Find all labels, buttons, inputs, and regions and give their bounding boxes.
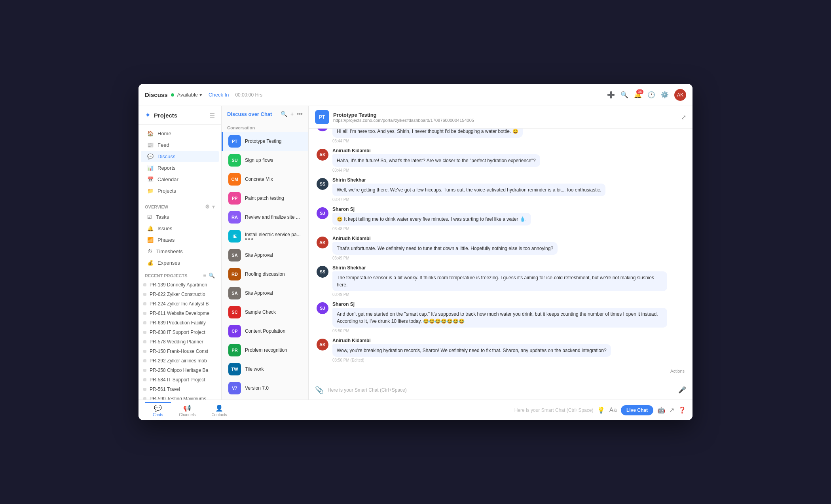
conv-item[interactable]: PRProblem recognition xyxy=(222,341,308,360)
tab-chats[interactable]: 💬 Chats xyxy=(145,402,171,419)
timesheets-label: Timesheets xyxy=(156,248,183,254)
app-window: Discuss Available ▾ Check In 00:00:00 Hr… xyxy=(138,84,692,420)
conv-item[interactable]: RDRoofing discussion xyxy=(222,265,308,284)
project-label: PR-590 Testing Maximums xyxy=(150,396,206,400)
conv-add-icon[interactable]: + xyxy=(290,111,294,117)
notifications-icon[interactable]: 🔔 36 xyxy=(634,91,642,99)
search-icon[interactable]: 🔍 xyxy=(620,91,628,99)
add-icon[interactable]: ➕ xyxy=(607,91,615,99)
text-icon[interactable]: Aa xyxy=(609,407,617,414)
chat-url[interactable]: https://projects.zoho.com/portal/zylker#… xyxy=(333,118,677,123)
bot-icon[interactable]: 🤖 xyxy=(657,406,665,414)
attach-icon[interactable]: 📎 xyxy=(315,386,324,394)
user-avatar[interactable]: AK xyxy=(674,89,686,101)
sidebar-project-item[interactable]: PR-638 IT Support Project xyxy=(138,328,221,337)
conv-item[interactable]: PPPaint patch testing xyxy=(222,189,308,208)
projects-icon: 📁 xyxy=(147,188,154,194)
conv-item[interactable]: SASite Approval xyxy=(222,284,308,303)
overview-settings-icon[interactable]: ⚙ xyxy=(205,204,210,210)
settings-icon[interactable]: ⚙️ xyxy=(661,91,669,99)
checkin-button[interactable]: Check In xyxy=(205,90,232,99)
message-sender: Anirudh Kidambi xyxy=(332,236,685,241)
sidebar-item-phases[interactable]: 📶 Phases xyxy=(141,234,219,246)
expenses-icon: 💰 xyxy=(147,260,154,266)
project-label: PR-611 Website Developme xyxy=(150,311,209,316)
chat-input[interactable]: Here is your Smart Chat (Ctrl+Space) xyxy=(328,387,674,393)
tab-channels[interactable]: 📢 Channels xyxy=(171,402,203,419)
channels-tab-icon: 📢 xyxy=(183,404,191,412)
tab-contacts[interactable]: 👤 Contacts xyxy=(203,402,235,419)
conv-more-icon[interactable]: ••• xyxy=(297,111,303,117)
main-layout: ✦ Projects ☰ 🏠 Home 📰 Feed 💬 Discuss xyxy=(138,106,692,400)
sidebar-project-item[interactable]: PR-258 Chipco Heritage Ba xyxy=(138,366,221,375)
message-group: SJ Sharon Sj And don't get me started on… xyxy=(317,301,685,333)
conv-name: Content Population xyxy=(245,328,285,334)
conv-item[interactable]: PTPrototype Testing xyxy=(222,132,308,151)
message-time: 03:44 PM xyxy=(332,168,685,172)
conv-name: Paint patch testing xyxy=(245,195,284,201)
status-dropdown[interactable]: Available ▾ xyxy=(177,92,203,98)
sidebar-project-item[interactable]: PR-611 Website Developme xyxy=(138,309,221,318)
conv-name: Concrete Mix xyxy=(245,176,273,182)
project-dot xyxy=(143,369,146,372)
sidebar-project-item[interactable]: PR-561 Travel xyxy=(138,385,221,394)
conv-item[interactable]: CPContent Population xyxy=(222,322,308,341)
conv-item[interactable]: SASite Approval xyxy=(222,246,308,265)
sidebar-project-item[interactable]: PR-578 Wedding Planner xyxy=(138,337,221,347)
conv-item[interactable]: V7Version 7.0 xyxy=(222,379,308,398)
clock-icon[interactable]: 🕐 xyxy=(647,91,655,99)
discuss-nav-label: Discuss xyxy=(157,153,176,159)
sidebar-item-issues[interactable]: 🔔 Issues xyxy=(141,223,219,234)
conv-name: Site Approval xyxy=(245,290,273,296)
message-sender: Sharon Sj xyxy=(332,301,685,307)
conv-search-icon[interactable]: 🔍 xyxy=(281,111,287,117)
conv-item[interactable]: IEInstall electric service pa... xyxy=(222,227,308,246)
sidebar-item-reports[interactable]: 📊 Reports xyxy=(141,162,219,174)
message-bubble: Hi all! I'm here too. And yes, Shirin, I… xyxy=(332,129,523,138)
conversation-panel-title[interactable]: Discuss over Chat xyxy=(227,111,277,117)
sidebar-project-item[interactable]: PR-639 Production Facility xyxy=(138,318,221,328)
sidebar-item-expenses[interactable]: 💰 Expenses xyxy=(141,257,219,269)
conv-item[interactable]: SCSample Check xyxy=(222,303,308,322)
live-chat-button[interactable]: Live Chat xyxy=(621,405,653,415)
sidebar-item-feed[interactable]: 📰 Feed xyxy=(141,139,219,151)
sidebar-item-home[interactable]: 🏠 Home xyxy=(141,128,219,139)
sidebar-item-calendar[interactable]: 📅 Calendar xyxy=(141,174,219,185)
sidebar-item-timesheets[interactable]: ⏱ Timesheets xyxy=(141,246,219,257)
conv-item[interactable]: TWTile work xyxy=(222,360,308,379)
project-label: PR-584 IT Support Project xyxy=(150,377,205,383)
smart-chat-placeholder[interactable]: Here is your Smart Chat (Ctrl+Space) xyxy=(514,407,594,413)
project-dot xyxy=(143,378,146,381)
sidebar-project-item[interactable]: PR-590 Testing Maximums xyxy=(138,394,221,400)
voice-icon[interactable]: 🎤 xyxy=(678,386,686,394)
sidebar-item-projects[interactable]: 📁 Projects xyxy=(141,185,219,197)
project-dot xyxy=(143,388,146,391)
list-icon[interactable]: ≡ xyxy=(203,273,206,279)
conv-item[interactable]: CMConcrete Mix xyxy=(222,170,308,189)
message-bubble: Haha, it's the future! So, what's the la… xyxy=(332,154,540,167)
conv-item[interactable]: RAReview and finalize site ... xyxy=(222,208,308,227)
projects-label: Projects xyxy=(157,188,176,194)
sidebar-project-item[interactable]: PR-224 Zylker Inc Analyst B xyxy=(138,299,221,309)
expand-icon[interactable]: ⤢ xyxy=(681,114,686,121)
sidebar-project-item[interactable]: PR-139 Donnelly Apartmen xyxy=(138,280,221,290)
hamburger-icon[interactable]: ☰ xyxy=(209,112,215,119)
sidebar-project-item[interactable]: PR-150 Frank-House Const xyxy=(138,347,221,356)
recent-search-icon[interactable]: 🔍 xyxy=(209,273,215,279)
help-icon[interactable]: ❓ xyxy=(678,406,686,414)
logo-icon: ✦ xyxy=(145,111,151,119)
sidebar-project-item[interactable]: PR-584 IT Support Project xyxy=(138,375,221,385)
conversation-header: Discuss over Chat 🔍 + ••• xyxy=(222,106,308,122)
conv-avatar: SA xyxy=(228,287,241,299)
sidebar-item-tasks[interactable]: ☑ Tasks xyxy=(141,211,219,223)
conv-avatar: RD xyxy=(228,268,241,280)
conv-avatar: V7 xyxy=(228,382,241,394)
chat-panel: PT Prototype Testing https://projects.zo… xyxy=(309,106,692,400)
conv-item[interactable]: SUSign up flows xyxy=(222,151,308,170)
overview-chevron-icon[interactable]: ▾ xyxy=(212,204,215,210)
bulb-icon[interactable]: 💡 xyxy=(597,406,605,414)
sidebar-project-item[interactable]: PR-622 Zylker Constructio xyxy=(138,290,221,299)
share-icon[interactable]: ↗ xyxy=(669,406,674,414)
sidebar-item-discuss[interactable]: 💬 Discuss xyxy=(141,151,219,162)
sidebar-project-item[interactable]: PR-292 Zylker airlines mob xyxy=(138,356,221,366)
